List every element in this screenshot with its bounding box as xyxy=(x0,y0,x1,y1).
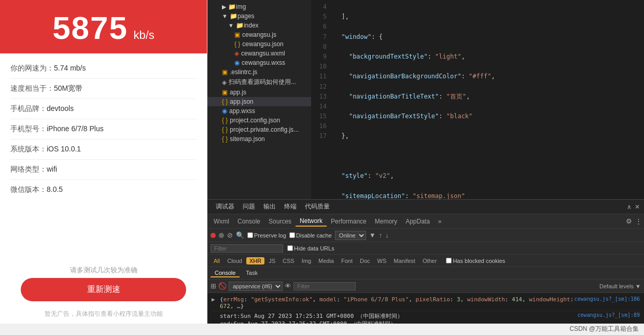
devtools-nav: Wxml Console Sources Network Performance… xyxy=(207,214,644,229)
tree-item-cewangsu-wxml[interactable]: ◈ cewangsu.wxml xyxy=(207,49,311,58)
tree-item-eslint[interactable]: ▣ .eslintrc.js xyxy=(207,67,311,77)
filter-icon[interactable]: ⊘ xyxy=(227,231,233,239)
tree-item-cewangsu-wxss[interactable]: ◉ cewangsu.wxss xyxy=(207,58,311,67)
entry-text-1: {errMsg: "getSystemInfo:ok", model: "iPh… xyxy=(220,296,575,310)
nav-tab-sources[interactable]: Sources xyxy=(264,217,296,226)
clear-icon[interactable]: 🚫 xyxy=(218,282,227,290)
devtools-dots-icon[interactable]: ⋮ xyxy=(635,217,642,225)
nav-tab-more[interactable]: » xyxy=(434,217,446,226)
tree-item-sitemap[interactable]: { } sitemap.json xyxy=(207,134,311,144)
expand-icon[interactable]: ⊞ xyxy=(211,282,216,290)
type-tab-all[interactable]: All xyxy=(211,257,223,264)
nav-tab-wxml[interactable]: Wxml xyxy=(209,217,233,226)
type-tab-font[interactable]: Font xyxy=(338,257,356,264)
speed-number: 5875 xyxy=(52,10,128,46)
tree-item-index[interactable]: ▼ 📁 index xyxy=(207,21,311,30)
console-entry-1: ▶ {errMsg: "getSystemInfo:ok", model: "i… xyxy=(212,295,640,311)
entry-source-2[interactable]: cewangsu.js?_[sm]:89 xyxy=(578,312,640,318)
console-filter-input[interactable] xyxy=(293,282,356,290)
tree-item-appwxss[interactable]: ◉ app.wxss xyxy=(207,106,311,116)
tab-problems[interactable]: 问题 xyxy=(239,200,259,213)
tab-debugger[interactable]: 调试器 xyxy=(212,200,239,213)
tree-item-appjson[interactable]: { } app.json xyxy=(207,97,311,106)
disable-cache-checkbox[interactable]: Disable cache xyxy=(289,232,332,239)
info-row-equiv: 速度相当于：50M宽带 xyxy=(10,79,197,99)
console-tab-console[interactable]: Console xyxy=(211,269,240,277)
entry-text-2: start:Sun Aug 27 2023 17:25:31 GMT+0800 … xyxy=(220,312,578,324)
type-tab-xhr[interactable]: XHR xyxy=(246,257,264,264)
sitemap-icon: { } xyxy=(222,135,228,143)
nav-tab-console[interactable]: Console xyxy=(233,217,264,226)
type-tab-other[interactable]: Other xyxy=(419,257,440,264)
label-network: 网络类型： xyxy=(10,165,47,173)
ide-area: ▶ 📁 img ▼ 📁 pages ▼ 📁 index ▣ cewangsu.j… xyxy=(207,0,644,199)
code-content[interactable]: ], "window": { "backgroundTextStyle": "l… xyxy=(330,0,644,199)
tree-item-scan[interactable]: ◈ 扫码查看源码如何使用... xyxy=(207,77,311,88)
label-wechat: 微信版本： xyxy=(10,185,47,193)
tree-icon-index: 📁 xyxy=(236,22,244,29)
upload-icon[interactable]: ↑ xyxy=(379,231,383,239)
devtools-close-icon[interactable]: ✕ xyxy=(635,203,640,211)
settings-icon[interactable]: ⚙ xyxy=(626,217,632,225)
console-tab-bar: Console Task xyxy=(207,267,644,280)
info-row-brand: 手机品牌：devtools xyxy=(10,99,197,119)
appservice-select[interactable]: appservice (#6) xyxy=(229,282,283,291)
online-select[interactable]: Online xyxy=(335,231,366,240)
json-icon: { } xyxy=(234,40,240,48)
appservice-selector: appservice (#6) xyxy=(229,282,283,291)
hide-data-urls-checkbox[interactable]: Hide data URLs xyxy=(287,245,334,252)
tree-item-img[interactable]: ▶ 📁 img xyxy=(207,2,311,11)
scan-icon: ◈ xyxy=(222,79,227,86)
filter-bar: Hide data URLs xyxy=(207,242,644,255)
tab-output[interactable]: 输出 xyxy=(259,200,280,213)
tab-terminal[interactable]: 终端 xyxy=(280,200,301,213)
retest-button[interactable]: 重新测速 xyxy=(21,278,186,301)
throttle-icon[interactable]: ▼ xyxy=(369,231,376,239)
blocked-cookies-checkbox[interactable]: Has blocked cookies xyxy=(446,258,505,264)
entry-source-1[interactable]: cewangsu.js?_[sm]:106 xyxy=(575,296,640,302)
value-os: iOS 10.0.1 xyxy=(47,145,81,153)
type-tab-doc[interactable]: Doc xyxy=(357,257,373,264)
appwxss-icon: ◉ xyxy=(222,107,227,115)
stop-button[interactable] xyxy=(219,233,224,238)
tree-item-cewangsu-js[interactable]: ▣ cewangsu.js xyxy=(207,30,311,39)
label-speed: 你的网速为： xyxy=(10,64,54,72)
devtools-toolbar: ⊘ 🔍 Preserve log Disable cache Online ▼ … xyxy=(207,229,644,242)
type-tab-js[interactable]: JS xyxy=(265,257,278,264)
tree-item-appjs[interactable]: ▣ app.js xyxy=(207,88,311,97)
tree-item-projprivate[interactable]: { } project.private.config.js... xyxy=(207,125,311,134)
nav-tab-performance[interactable]: Performance xyxy=(327,217,371,226)
tab-code-quality[interactable]: 代码质量 xyxy=(301,200,334,213)
type-tab-css[interactable]: CSS xyxy=(279,257,298,264)
network-filter-input[interactable] xyxy=(211,244,283,253)
preserve-log-checkbox[interactable]: Preserve log xyxy=(247,232,286,239)
type-tab-media[interactable]: Media xyxy=(315,257,337,264)
record-button[interactable] xyxy=(211,233,216,238)
console-tab-task[interactable]: Task xyxy=(242,269,262,277)
tree-item-cewangsu-json[interactable]: { } cewangsu.json xyxy=(207,39,311,49)
nav-tab-network[interactable]: Network xyxy=(296,216,327,227)
search-icon[interactable]: 🔍 xyxy=(236,231,244,239)
wxss-icon: ◉ xyxy=(234,59,240,66)
tree-icon-img: 📁 xyxy=(228,3,236,10)
type-tab-cloud[interactable]: Cloud xyxy=(224,257,245,264)
type-tab-manifest[interactable]: Manifest xyxy=(390,257,418,264)
type-tab-ws[interactable]: WS xyxy=(374,257,390,264)
devtools-collapse-icon[interactable]: ∧ xyxy=(627,203,632,211)
right-panel: ▶ 📁 img ▼ 📁 pages ▼ 📁 index ▣ cewangsu.j… xyxy=(207,0,644,324)
js-icon: ▣ xyxy=(234,31,240,38)
nav-tab-memory[interactable]: Memory xyxy=(371,217,401,226)
console-output: ▶ {errMsg: "getSystemInfo:ok", model: "i… xyxy=(207,293,644,324)
type-tabs: All Cloud XHR JS CSS Img Media Font Doc … xyxy=(207,255,644,267)
watermark: CSDN @万能工具箱合集 xyxy=(0,324,644,335)
nav-tab-appdata[interactable]: AppData xyxy=(401,217,434,226)
watermark-text: CSDN @万能工具箱合集 xyxy=(569,325,639,332)
default-levels-label[interactable]: Default levels ▼ xyxy=(599,283,641,289)
eye-icon[interactable]: 👁 xyxy=(285,282,291,290)
download-icon[interactable]: ↓ xyxy=(385,231,389,239)
tree-item-pages[interactable]: ▼ 📁 pages xyxy=(207,11,311,21)
tree-item-projconfig[interactable]: { } project.config.json xyxy=(207,116,311,125)
type-tab-img[interactable]: Img xyxy=(299,257,314,264)
speed-header: 5875 kb/s xyxy=(0,0,207,53)
appjs-icon: ▣ xyxy=(222,89,228,96)
